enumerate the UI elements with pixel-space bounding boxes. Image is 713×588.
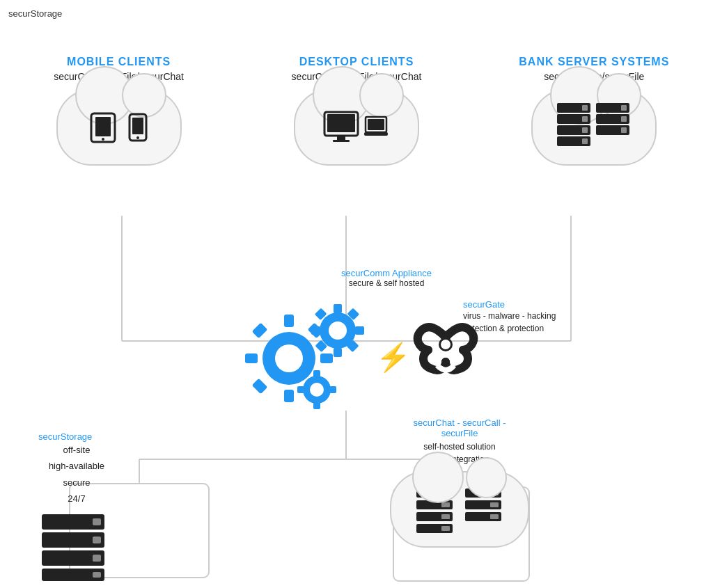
svg-rect-26 [582, 105, 588, 111]
securstorage-block: securStorage off-sitehigh-availablesecur… [38, 431, 115, 585]
svg-rect-32 [582, 138, 588, 144]
svg-rect-54 [355, 326, 364, 335]
top-section: MOBILE CLIENTS securCall/securFile/secur… [0, 56, 713, 166]
securchat-cloud [390, 471, 529, 548]
svg-rect-72 [93, 555, 101, 562]
svg-rect-74 [93, 572, 101, 578]
svg-rect-86 [490, 502, 499, 507]
svg-point-66 [441, 340, 450, 349]
svg-rect-13 [95, 117, 111, 136]
svg-rect-45 [252, 323, 268, 339]
svg-rect-48 [252, 379, 268, 395]
svg-rect-82 [441, 526, 450, 531]
bank-server-label: BANK SERVER SYSTEMS [519, 56, 669, 68]
mobile-clients-block: MOBILE CLIENTS securCall/securFile/secur… [15, 56, 224, 166]
securgate-label: securGate [463, 299, 556, 310]
svg-rect-51 [334, 304, 342, 313]
securchat-label: securChat - securCall -securFile [390, 418, 529, 438]
svg-rect-53 [311, 326, 320, 335]
securchat-block: securChat - securCall -securFile self-ho… [390, 418, 529, 548]
bank-server-cloud [531, 89, 657, 166]
svg-rect-76 [441, 491, 450, 495]
securgate-annotation: securGate virus - malware - hackingdetec… [463, 299, 556, 335]
svg-rect-61 [313, 370, 320, 378]
desktop-clients-label: DESKTOP CLIENTS [299, 56, 414, 68]
svg-rect-83 [465, 488, 501, 498]
cloud-servers-icon [411, 485, 508, 534]
desktop-devices-icon [323, 111, 389, 144]
svg-rect-21 [333, 140, 350, 142]
svg-rect-24 [364, 132, 388, 136]
svg-rect-68 [93, 518, 101, 525]
svg-rect-20 [337, 136, 345, 140]
svg-point-60 [310, 383, 324, 397]
gears-area [230, 299, 369, 411]
mobile-devices-icon [90, 112, 148, 143]
app-title: securStorage [8, 8, 62, 19]
lightning-icon: ⚡ [376, 341, 411, 374]
svg-rect-23 [368, 119, 384, 130]
svg-rect-70 [93, 537, 101, 543]
svg-rect-78 [441, 502, 450, 507]
svg-rect-16 [132, 118, 143, 134]
securgate-sub: virus - malware - hackingdetection & pro… [463, 310, 556, 335]
securchat-sub: self-hosted solutioneasy integration [390, 440, 529, 466]
securstorage-label: securStorage [38, 431, 115, 442]
svg-rect-63 [297, 386, 305, 393]
svg-rect-64 [329, 386, 336, 393]
svg-rect-36 [621, 116, 627, 122]
svg-rect-19 [327, 114, 355, 132]
svg-rect-34 [621, 105, 627, 111]
bank-server-block: BANK SERVER SYSTEMS securStorage/securFi… [489, 56, 698, 166]
bank-servers-icon [556, 102, 632, 154]
svg-rect-41 [284, 315, 294, 327]
svg-rect-43 [245, 353, 258, 363]
secur-comm-label: securComm Appliance [341, 268, 432, 278]
svg-rect-62 [313, 402, 320, 409]
svg-rect-75 [416, 488, 453, 498]
svg-rect-80 [441, 514, 450, 519]
svg-point-40 [275, 344, 303, 372]
svg-rect-30 [582, 127, 588, 133]
desktop-clients-cloud [294, 89, 419, 166]
svg-rect-88 [490, 514, 499, 519]
svg-point-14 [102, 138, 104, 141]
svg-rect-84 [490, 491, 499, 495]
svg-rect-44 [320, 353, 333, 363]
svg-rect-42 [284, 390, 294, 402]
desktop-clients-block: DESKTOP CLIENTS securCall/securFile/secu… [252, 56, 461, 166]
svg-point-50 [329, 321, 347, 340]
svg-rect-28 [582, 116, 588, 122]
svg-point-17 [136, 136, 139, 139]
svg-rect-38 [621, 127, 627, 133]
svg-rect-52 [334, 348, 342, 357]
storage-servers-icon [38, 513, 115, 585]
secur-comm-annotation: securComm Appliance secure & self hosted [341, 268, 432, 288]
gears-icon [230, 299, 376, 418]
mobile-clients-cloud [56, 89, 182, 166]
mobile-clients-label: MOBILE CLIENTS [67, 56, 171, 68]
secur-comm-sub: secure & self hosted [341, 278, 432, 288]
securstorage-sub: off-sitehigh-availablesecure24/7 [38, 442, 115, 507]
